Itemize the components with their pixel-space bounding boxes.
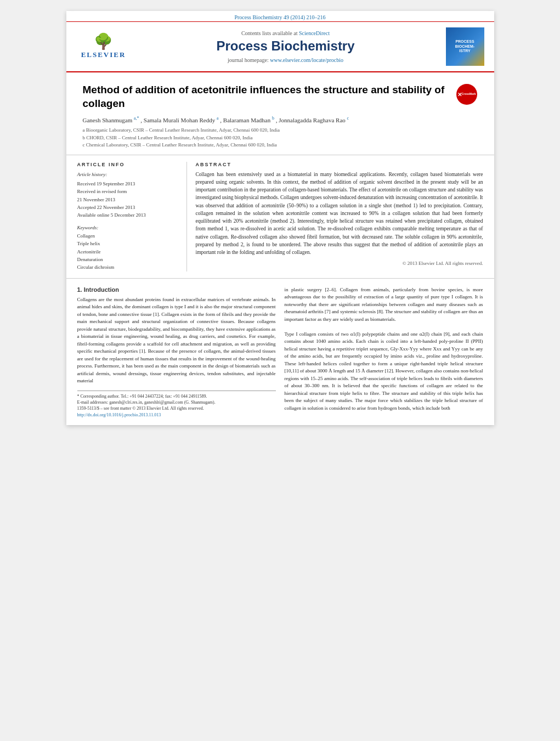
contents-available: Contents lists available at ScienceDirec… bbox=[137, 30, 435, 36]
article-info-label: ARTICLE INFO bbox=[77, 162, 179, 167]
available-date: Available online 5 December 2013 bbox=[77, 211, 179, 219]
journal-homepage: journal homepage: www.elsevier.com/locat… bbox=[137, 57, 435, 63]
footnote-area: * Corresponding author. Tel.: +91 044 24… bbox=[77, 391, 276, 418]
journal-header: 🌳 ELSEVIER Contents lists available at S… bbox=[66, 22, 494, 72]
journal-logo-image: PROCESS BIOCHEM- ISTRY bbox=[446, 27, 484, 66]
article-title: Method of addition of acetonitrile influ… bbox=[83, 83, 456, 110]
introduction-text: Collagens are the most abundant proteins… bbox=[77, 296, 276, 385]
elsevier-label: ELSEVIER bbox=[81, 50, 126, 59]
elsevier-logo: 🌳 ELSEVIER bbox=[76, 34, 131, 59]
authors: Ganesh Shanmugam a,* , Samala Murali Moh… bbox=[83, 116, 478, 123]
main-content: 1. Introduction Collagens are the most a… bbox=[66, 279, 494, 426]
right-column: in plastic surgery [2–6]. Collagen from … bbox=[285, 286, 483, 418]
page: Process Biochemistry 49 (2014) 210–216 🌳… bbox=[66, 11, 494, 425]
affiliation-b: b CHORD, CSIR – Central Leather Research… bbox=[83, 134, 478, 142]
history-title: Article history: bbox=[77, 171, 179, 178]
issn-footnote: 1359-5113/$ – see front matter © 2013 El… bbox=[77, 405, 276, 411]
keyword-collagen: Collagen bbox=[77, 232, 179, 240]
keyword-triple-helix: Triple helix bbox=[77, 240, 179, 247]
article-info-abstract: ARTICLE INFO Article history: Received 1… bbox=[66, 155, 494, 279]
journal-logo-box: PROCESS BIOCHEM- ISTRY bbox=[440, 27, 484, 66]
journal-title: Process Biochemistry bbox=[137, 38, 435, 54]
article-info-column: ARTICLE INFO Article history: Received 1… bbox=[77, 162, 187, 271]
keyword-circular-dichroism: Circular dichroism bbox=[77, 263, 179, 271]
crossmark-circle: ✕ CrossMark bbox=[456, 84, 477, 105]
revised-date: 21 November 2013 bbox=[77, 196, 179, 203]
doi-link[interactable]: http://dx.doi.org/10.1016/j.procbio.2013… bbox=[77, 412, 276, 417]
top-bar: Process Biochemistry 49 (2014) 210–216 bbox=[66, 11, 494, 22]
homepage-link[interactable]: www.elsevier.com/locate/procbio bbox=[270, 57, 343, 63]
copyright-notice: © 2013 Elsevier Ltd. All rights reserved… bbox=[196, 261, 483, 266]
elsevier-tree-icon: 🌳 bbox=[94, 34, 113, 49]
abstract-text: Collagen has been extensively used as a … bbox=[196, 171, 483, 257]
article-header: Method of addition of acetonitrile influ… bbox=[66, 72, 494, 155]
introduction-title: 1. Introduction bbox=[77, 286, 276, 293]
crossmark-badge: ✕ CrossMark bbox=[456, 83, 478, 105]
accepted-date: Accepted 22 November 2013 bbox=[77, 203, 179, 211]
received-revised-label: Received in revised form bbox=[77, 188, 179, 195]
keyword-denaturation: Denaturation bbox=[77, 256, 179, 263]
journal-center: Contents lists available at ScienceDirec… bbox=[131, 30, 440, 63]
affiliations: a Bioorganic Laboratory, CSIR – Central … bbox=[83, 127, 478, 149]
abstract-label: ABSTRACT bbox=[196, 162, 483, 167]
right-col-text: in plastic surgery [2–6]. Collagen from … bbox=[285, 286, 483, 412]
affiliation-a: a Bioorganic Laboratory, CSIR – Central … bbox=[83, 127, 478, 134]
sciencedirect-link[interactable]: ScienceDirect bbox=[299, 30, 330, 36]
left-column: 1. Introduction Collagens are the most a… bbox=[77, 286, 276, 418]
keywords-section: Keywords: Collagen Triple helix Acetonit… bbox=[77, 225, 179, 271]
keywords-title: Keywords: bbox=[77, 225, 179, 230]
abstract-column: ABSTRACT Collagen has been extensively u… bbox=[196, 162, 483, 271]
affiliation-c: c Chemical Laboratory, CSIR – Central Le… bbox=[83, 142, 478, 149]
corresponding-footnote: * Corresponding author. Tel.: +91 044 24… bbox=[77, 393, 276, 399]
email-footnote: E-mail addresses: ganesh@clri.res.in, ga… bbox=[77, 399, 276, 405]
journal-ref: Process Biochemistry 49 (2014) 210–216 bbox=[234, 14, 325, 20]
keyword-acetonitrile: Acetonitrile bbox=[77, 248, 179, 256]
article-history: Article history: Received 19 September 2… bbox=[77, 171, 179, 219]
received-date: Received 19 September 2013 bbox=[77, 180, 179, 188]
